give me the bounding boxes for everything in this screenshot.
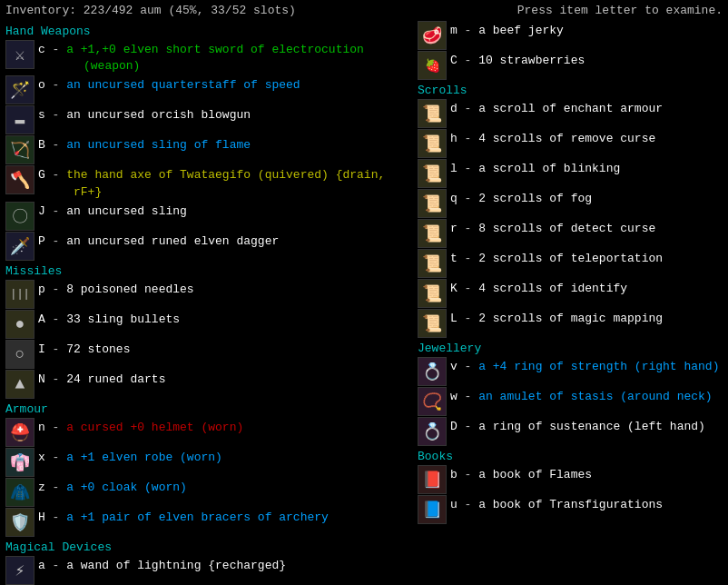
inventory-info: Inventory: 223/492 aum (45%, 33/52 slots… [5, 4, 296, 17]
armour-icon: 🧥 [5, 478, 34, 507]
item-text: q - 2 scrolls of fog [450, 189, 728, 207]
list-item[interactable]: 📜 K - 4 scrolls of identify [418, 279, 728, 308]
inventory-screen: Inventory: 223/492 aum (45%, 33/52 slots… [0, 0, 728, 585]
book-icon: 📘 [418, 495, 447, 524]
section-jewellery: Jewellery [418, 342, 728, 355]
book-icon: 📕 [418, 465, 447, 494]
item-text: u - a book of Transfigurations [450, 495, 728, 513]
list-item[interactable]: ⚔️ c - a +1,+0 elven short sword of elec… [5, 40, 414, 74]
item-text: l - a scroll of blinking [450, 159, 728, 177]
device-icon: ⚡ [5, 556, 34, 585]
list-item[interactable]: ▬ s - an uncursed orcish blowgun [5, 105, 414, 134]
list-item[interactable]: ○ I - 72 stones [5, 340, 414, 369]
armour-icon: 👘 [5, 448, 34, 477]
item-text: m - a beef jerky [450, 21, 728, 39]
section-magical-devices: Magical Devices [5, 540, 414, 554]
armour-icon: 🛡️ [5, 508, 34, 537]
weapon-icon: ⚔️ [5, 40, 34, 69]
scroll-icon: 📜 [418, 99, 447, 128]
item-text: b - a book of Flames [450, 465, 728, 483]
item-text: r - 8 scrolls of detect curse [450, 219, 728, 237]
scroll-icon: 📜 [418, 249, 447, 278]
list-item[interactable]: 📜 q - 2 scrolls of fog [418, 189, 728, 218]
scroll-icon: 📜 [418, 309, 447, 338]
item-text: c - a +1,+0 elven short sword of electro… [38, 40, 414, 74]
left-column: Hand Weapons ⚔️ c - a +1,+0 elven short … [5, 21, 414, 585]
scroll-icon: 📜 [418, 219, 447, 248]
item-text: G - the hand axe of Twataegifo (quivered… [38, 165, 414, 200]
missile-icon: ∣∣∣ [5, 280, 34, 309]
list-item[interactable]: ● A - 33 sling bullets [5, 310, 414, 339]
right-column: 🥩 m - a beef jerky 🍓 C - 10 strawberries… [414, 21, 728, 585]
list-item[interactable]: 🛡️ H - a +1 pair of elven bracers of arc… [5, 508, 414, 537]
item-text: D - a ring of sustenance (left hand) [450, 417, 728, 435]
item-text: a - a wand of lightning {recharged} [38, 556, 414, 574]
missile-icon: ○ [5, 340, 34, 369]
missile-icon: ● [5, 310, 34, 339]
scroll-icon: 📜 [418, 189, 447, 218]
list-item[interactable]: 🥩 m - a beef jerky [418, 21, 728, 50]
section-scrolls: Scrolls [418, 84, 728, 97]
item-text: p - 8 poisoned needles [38, 280, 414, 298]
list-item[interactable]: ∣∣∣ p - 8 poisoned needles [5, 280, 414, 309]
item-text: o - an uncursed quarterstaff of speed [38, 75, 414, 94]
item-text: w - an amulet of stasis (around neck) [450, 387, 728, 405]
list-item[interactable]: 〇 J - an uncursed sling [5, 202, 414, 231]
item-text: I - 72 stones [38, 340, 414, 358]
food-icon: 🍓 [418, 51, 447, 80]
list-item[interactable]: 🍓 C - 10 strawberries [418, 51, 728, 80]
list-item[interactable]: 🪄 o - an uncursed quarterstaff of speed [5, 75, 414, 104]
list-item[interactable]: 📘 u - a book of Transfigurations [418, 495, 728, 524]
weapon-icon: ▬ [5, 105, 34, 134]
list-item[interactable]: 📜 h - 4 scrolls of remove curse [418, 129, 728, 158]
item-text: n - a cursed +0 helmet (worn) [38, 418, 414, 436]
weapon-icon: 〇 [5, 202, 34, 231]
weapon-icon: 🪄 [5, 75, 34, 104]
weapon-icon: 🪓 [5, 165, 34, 194]
list-item[interactable]: 🪓 G - the hand axe of Twataegifo (quiver… [5, 165, 414, 200]
armour-icon: ⛑️ [5, 418, 34, 447]
item-text: J - an uncursed sling [38, 202, 414, 220]
scroll-icon: 📜 [418, 129, 447, 158]
list-item[interactable]: 📕 b - a book of Flames [418, 465, 728, 494]
weapon-icon: 🗡️ [5, 232, 34, 261]
section-missiles: Missiles [5, 264, 414, 278]
list-item[interactable]: 🧥 z - a +0 cloak (worn) [5, 478, 414, 507]
section-armour: Armour [5, 402, 414, 416]
section-hand-weapons: Hand Weapons [5, 25, 414, 38]
jewellery-icon: 💍 [418, 417, 447, 446]
item-text: z - a +0 cloak (worn) [38, 478, 414, 496]
list-item[interactable]: 💍 D - a ring of sustenance (left hand) [418, 417, 728, 446]
list-item[interactable]: 🗡️ P - an uncursed runed elven dagger [5, 232, 414, 261]
item-text: C - 10 strawberries [450, 51, 728, 69]
scroll-icon: 📜 [418, 279, 447, 308]
scroll-icon: 📜 [418, 159, 447, 188]
jewellery-icon: 📿 [418, 387, 447, 416]
item-text: H - a +1 pair of elven bracers of archer… [38, 508, 414, 526]
item-text: L - 2 scrolls of magic mapping [450, 309, 728, 327]
item-text: K - 4 scrolls of identify [450, 279, 728, 297]
item-text: B - an uncursed sling of flame [38, 135, 414, 154]
item-text: N - 24 runed darts [38, 370, 414, 388]
item-text: t - 2 scrolls of teleportation [450, 249, 728, 267]
list-item[interactable]: 📜 d - a scroll of enchant armour [418, 99, 728, 128]
list-item[interactable]: 🏹 B - an uncursed sling of flame [5, 135, 414, 164]
item-text: v - a +4 ring of strength (right hand) [450, 357, 728, 375]
list-item[interactable]: 📜 L - 2 scrolls of magic mapping [418, 309, 728, 338]
list-item[interactable]: 📿 w - an amulet of stasis (around neck) [418, 387, 728, 416]
instruction: Press item letter to examine. [517, 4, 723, 17]
item-text: s - an uncursed orcish blowgun [38, 105, 414, 124]
list-item[interactable]: ⚡ a - a wand of lightning {recharged} [5, 556, 414, 585]
list-item[interactable]: ⛑️ n - a cursed +0 helmet (worn) [5, 418, 414, 447]
weapon-icon: 🏹 [5, 135, 34, 164]
item-text: h - 4 scrolls of remove curse [450, 129, 728, 147]
list-item[interactable]: 📜 r - 8 scrolls of detect curse [418, 219, 728, 248]
list-item[interactable]: 📜 t - 2 scrolls of teleportation [418, 249, 728, 278]
missile-icon: ▲ [5, 370, 34, 399]
list-item[interactable]: 💍 v - a +4 ring of strength (right hand) [418, 357, 728, 386]
jewellery-icon: 💍 [418, 357, 447, 386]
list-item[interactable]: 📜 l - a scroll of blinking [418, 159, 728, 188]
list-item[interactable]: ▲ N - 24 runed darts [5, 370, 414, 399]
list-item[interactable]: 👘 x - a +1 elven robe (worn) [5, 448, 414, 477]
columns: Hand Weapons ⚔️ c - a +1,+0 elven short … [5, 21, 723, 585]
